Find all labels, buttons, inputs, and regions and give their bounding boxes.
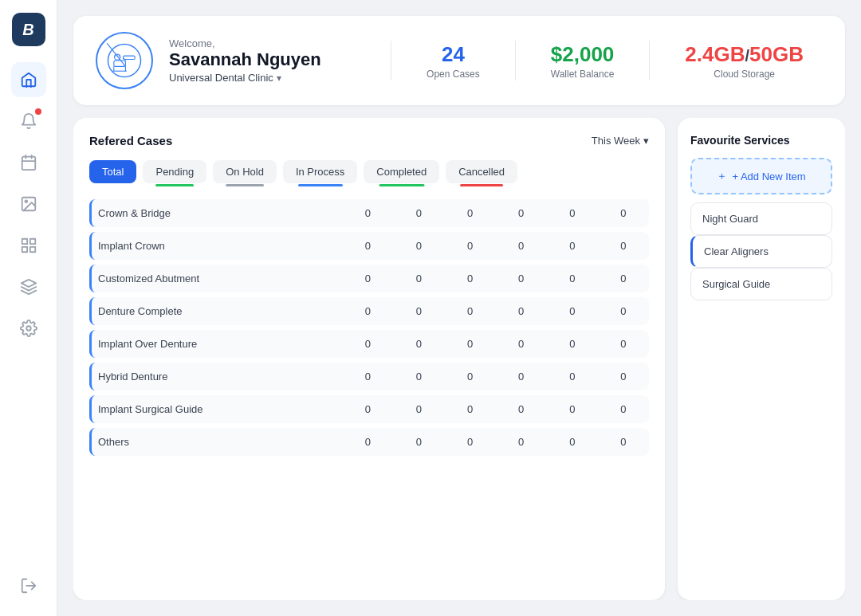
tab-completed[interactable]: Completed bbox=[364, 160, 439, 183]
row-completed: 0 bbox=[547, 232, 598, 260]
row-in-process: 0 bbox=[496, 428, 547, 456]
welcome-info: Welcome, Savannah Nguyen Universal Denta… bbox=[169, 37, 375, 84]
row-on-hold: 0 bbox=[444, 330, 495, 358]
sidebar-item-apps[interactable] bbox=[11, 228, 46, 263]
sidebar-item-gallery[interactable] bbox=[11, 186, 46, 222]
app-logo[interactable]: B bbox=[12, 13, 45, 46]
add-new-item-button[interactable]: ＋ + Add New Item bbox=[690, 158, 832, 194]
row-completed: 0 bbox=[547, 265, 598, 292]
table-row[interactable]: Implant Surgical Guide 0 0 0 0 0 0 bbox=[89, 395, 649, 423]
divider-2 bbox=[515, 41, 516, 80]
sidebar-item-layers[interactable] bbox=[11, 269, 46, 304]
row-completed: 0 bbox=[547, 428, 598, 456]
favourite-item[interactable]: Night Guard bbox=[690, 202, 832, 235]
clinic-avatar bbox=[96, 32, 153, 89]
table-row[interactable]: Others 0 0 0 0 0 0 bbox=[89, 428, 649, 456]
table-row[interactable]: Denture Complete 0 0 0 0 0 0 bbox=[89, 297, 649, 325]
favourite-item[interactable]: Surgical Guide bbox=[690, 268, 832, 300]
svg-marker-10 bbox=[21, 280, 35, 287]
wallet-label: Wallet Balance bbox=[551, 69, 615, 80]
row-name: Crown & Bridge bbox=[89, 199, 342, 227]
row-name: Implant Surgical Guide bbox=[89, 395, 342, 423]
notification-badge bbox=[35, 108, 41, 115]
row-in-process: 0 bbox=[496, 265, 547, 292]
open-cases-count: 24 bbox=[427, 42, 480, 67]
storage-display: 2.4GB/50GB bbox=[685, 42, 804, 67]
row-total: 0 bbox=[342, 265, 393, 292]
tab-on-hold[interactable]: On Hold bbox=[213, 160, 277, 183]
row-completed: 0 bbox=[547, 363, 598, 390]
stat-storage: 2.4GB/50GB Cloud Storage bbox=[666, 42, 823, 80]
welcome-text: Welcome, bbox=[169, 37, 375, 49]
cases-title: Refered Cases bbox=[89, 134, 172, 147]
sidebar-item-notifications[interactable] bbox=[11, 104, 46, 139]
favourite-item[interactable]: Clear Aligners bbox=[690, 235, 832, 268]
week-filter[interactable]: This Week ▾ bbox=[592, 135, 649, 147]
sidebar-item-settings[interactable] bbox=[11, 311, 46, 346]
row-name: Implant Over Denture bbox=[89, 330, 342, 358]
sidebar-item-calendar[interactable] bbox=[11, 145, 46, 180]
row-in-process: 0 bbox=[496, 232, 547, 260]
svg-line-19 bbox=[115, 55, 116, 56]
row-on-hold: 0 bbox=[444, 232, 495, 260]
row-on-hold: 0 bbox=[444, 297, 495, 325]
row-pending: 0 bbox=[393, 297, 444, 325]
table-row[interactable]: Hybrid Denture 0 0 0 0 0 0 bbox=[89, 363, 649, 390]
cases-table: Crown & Bridge 0 0 0 0 0 0 Implant Crown… bbox=[89, 194, 649, 461]
cases-card-header: Refered Cases This Week ▾ bbox=[89, 134, 649, 147]
table-row[interactable]: Customized Abutment 0 0 0 0 0 0 bbox=[89, 265, 649, 292]
week-filter-icon: ▾ bbox=[643, 135, 649, 147]
cases-tab-row: Total Pending On Hold In Process Complet… bbox=[89, 160, 649, 183]
row-total: 0 bbox=[342, 232, 393, 260]
clinic-name-text: Universal Dental Clinic bbox=[169, 72, 273, 84]
stat-wallet: $2,000 Wallet Balance bbox=[532, 42, 634, 80]
body-row: Refered Cases This Week ▾ Total Pending … bbox=[73, 118, 845, 600]
sidebar-item-home[interactable] bbox=[11, 62, 46, 97]
svg-line-20 bbox=[119, 55, 120, 56]
row-name: Implant Crown bbox=[89, 232, 342, 260]
cases-table-container: Crown & Bridge 0 0 0 0 0 0 Implant Crown… bbox=[89, 194, 649, 584]
row-total: 0 bbox=[342, 297, 393, 325]
row-on-hold: 0 bbox=[444, 363, 495, 390]
svg-point-5 bbox=[25, 200, 27, 202]
row-total: 0 bbox=[342, 330, 393, 358]
row-pending: 0 bbox=[393, 395, 444, 423]
row-in-process: 0 bbox=[496, 297, 547, 325]
add-icon: ＋ bbox=[717, 169, 727, 183]
svg-point-11 bbox=[26, 326, 31, 331]
row-cancelled: 0 bbox=[598, 395, 649, 423]
row-in-process: 0 bbox=[496, 199, 547, 227]
row-pending: 0 bbox=[393, 232, 444, 260]
main-content: Welcome, Savannah Nguyen Universal Denta… bbox=[57, 0, 861, 616]
tab-in-process[interactable]: In Process bbox=[283, 160, 357, 183]
row-cancelled: 0 bbox=[598, 428, 649, 456]
clinic-name-selector[interactable]: Universal Dental Clinic ▾ bbox=[169, 72, 375, 84]
week-filter-label: This Week bbox=[592, 135, 640, 147]
table-row[interactable]: Implant Over Denture 0 0 0 0 0 0 bbox=[89, 330, 649, 358]
row-cancelled: 0 bbox=[598, 265, 649, 292]
row-on-hold: 0 bbox=[444, 265, 495, 292]
row-on-hold: 0 bbox=[444, 199, 495, 227]
sidebar-item-logout[interactable] bbox=[11, 568, 46, 603]
tab-pending[interactable]: Pending bbox=[143, 160, 206, 183]
table-row[interactable]: Crown & Bridge 0 0 0 0 0 0 bbox=[89, 199, 649, 227]
row-cancelled: 0 bbox=[598, 363, 649, 390]
header-card: Welcome, Savannah Nguyen Universal Denta… bbox=[73, 16, 845, 105]
clinic-dropdown-icon: ▾ bbox=[277, 73, 281, 84]
svg-rect-0 bbox=[22, 157, 35, 171]
row-cancelled: 0 bbox=[598, 232, 649, 260]
row-pending: 0 bbox=[393, 330, 444, 358]
open-cases-label: Open Cases bbox=[427, 69, 480, 80]
row-completed: 0 bbox=[547, 199, 598, 227]
table-row[interactable]: Implant Crown 0 0 0 0 0 0 bbox=[89, 232, 649, 260]
stat-open-cases: 24 Open Cases bbox=[407, 42, 499, 80]
storage-used: 2.4GB bbox=[685, 42, 745, 66]
row-name: Customized Abutment bbox=[89, 265, 342, 292]
svg-rect-7 bbox=[29, 239, 34, 244]
row-in-process: 0 bbox=[496, 330, 547, 358]
row-cancelled: 0 bbox=[598, 297, 649, 325]
row-pending: 0 bbox=[393, 199, 444, 227]
tab-cancelled[interactable]: Cancelled bbox=[446, 160, 517, 183]
tab-total[interactable]: Total bbox=[89, 160, 136, 183]
row-cancelled: 0 bbox=[598, 330, 649, 358]
